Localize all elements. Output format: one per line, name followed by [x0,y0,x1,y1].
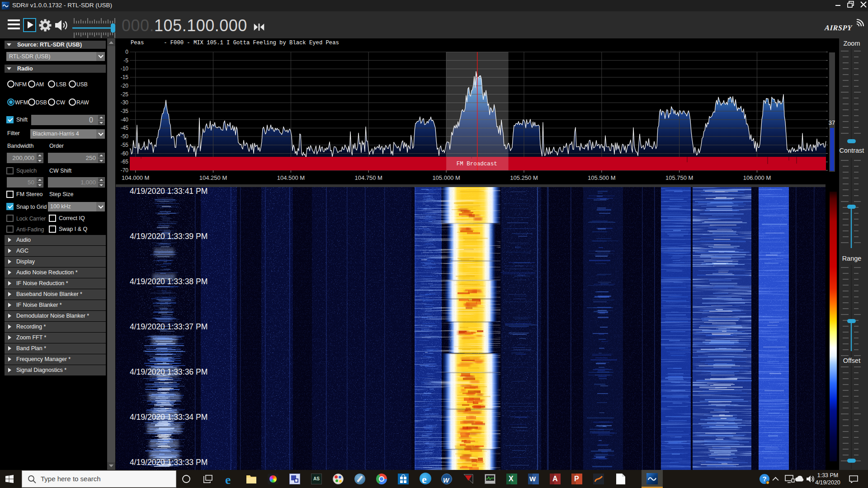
svg-text:-15: -15 [121,74,129,80]
svg-text:37: 37 [829,119,835,126]
svg-text:Peas - F000 - MIX 105.1 I: Peas - F000 - MIX 105.1 I Gotta Feeling … [131,40,339,46]
svg-text:105.500 M: 105.500 M [588,174,615,181]
svg-text:-50: -50 [121,133,129,140]
svg-text:4/19/2020 1:33:38 PM: 4/19/2020 1:33:38 PM [130,277,208,286]
svg-text:4/19/2020 1:33:34 PM: 4/19/2020 1:33:34 PM [130,413,208,422]
svg-text:-20: -20 [121,83,129,89]
svg-text:105.750 M: 105.750 M [665,174,693,181]
svg-text:4/19/2020 1:33:37 PM: 4/19/2020 1:33:37 PM [130,322,208,331]
svg-text:-65: -65 [121,159,129,165]
svg-text:104.750 M: 104.750 M [354,174,382,181]
svg-text:Zoom: Zoom [843,40,860,47]
svg-text:-45: -45 [121,125,129,131]
svg-text:104.000 M: 104.000 M [122,174,149,181]
svg-text:106.000 M: 106.000 M [743,174,771,181]
svg-text:Offset: Offset [843,357,860,364]
svg-text:4/19/2020 1:33:33 PM: 4/19/2020 1:33:33 PM [130,458,208,467]
svg-text:-5: -5 [123,57,128,64]
svg-text:-35: -35 [121,108,129,114]
svg-text:-40: -40 [121,117,129,123]
svg-text:4/19/2020 1:33:36 PM: 4/19/2020 1:33:36 PM [130,367,208,376]
svg-text:FM Broadcast: FM Broadcast [457,161,497,167]
svg-text:-25: -25 [121,91,129,98]
svg-text:-10: -10 [121,66,129,72]
svg-text:4/19/2020 1:33:39 PM: 4/19/2020 1:33:39 PM [130,232,208,241]
svg-text:-55: -55 [121,142,129,148]
svg-text:104.250 M: 104.250 M [199,174,227,181]
svg-text:Range: Range [842,255,862,262]
svg-text:105.000 M: 105.000 M [432,174,460,181]
svg-text:0: 0 [125,49,128,55]
svg-text:-70: -70 [121,167,129,174]
svg-text:-30: -30 [121,99,129,106]
svg-text:4/19/2020 1:33:41 PM: 4/19/2020 1:33:41 PM [130,187,208,196]
svg-text:-60: -60 [121,150,129,157]
svg-text:104.500 M: 104.500 M [277,174,305,181]
svg-text:105.250 M: 105.250 M [510,174,538,181]
svg-text:Contrast: Contrast [840,147,864,154]
